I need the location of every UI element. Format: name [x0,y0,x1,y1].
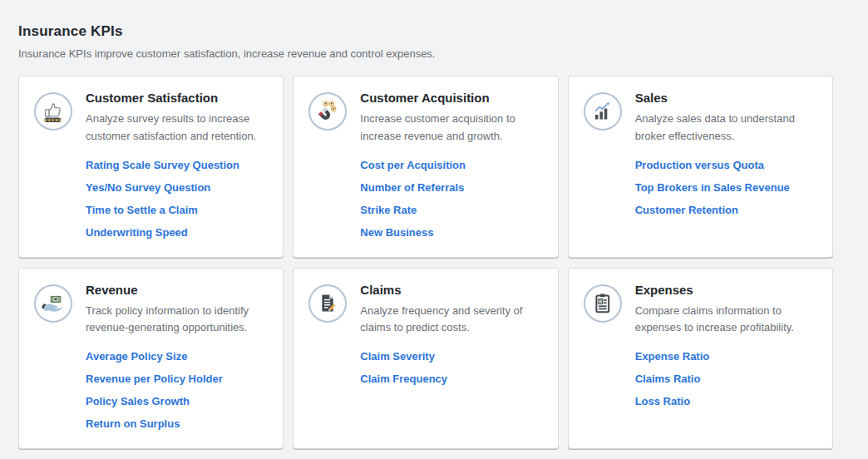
kpi-link-revenue-per-policy-holder[interactable]: Revenue per Policy Holder [86,373,223,385]
magnet-icon [308,92,347,131]
kpi-link-list: Expense RatioClaims RatioLoss Ratio [635,348,819,408]
card-title: Claims [360,283,544,297]
kpi-link-item: Return on Surplus [86,416,269,431]
kpi-link-cost-per-acquisition[interactable]: Cost per Acquisition [360,159,466,171]
card-title: Customer Acquisition [360,91,544,105]
card-title: Customer Satisfaction [86,91,269,105]
card-body: Customer Acquisition Increase customer a… [360,88,544,247]
card-description: Analyze survey results to increase custo… [86,111,269,146]
kpi-link-item: Number of Referrals [360,180,544,195]
kpi-link-item: Production versus Quota [635,157,819,172]
bar-chart-growth-icon [584,92,622,131]
kpi-link-list: Rating Scale Survey QuestionYes/No Surve… [86,157,269,239]
card-customer-satisfaction: ★★★★★ Customer Satisfaction Analyze surv… [18,76,284,258]
kpi-link-average-policy-size[interactable]: Average Policy Size [86,350,187,363]
card-description: Compare claims information to expenses t… [635,303,819,338]
kpi-link-item: Claim Severity [360,348,544,363]
card-body: Expenses Compare claims information to e… [635,280,819,417]
card-body: Sales Analyze sales data to understand b… [635,88,819,225]
svg-text:★★★★★: ★★★★★ [44,117,63,122]
kpi-link-item: Average Policy Size [86,348,269,363]
card-description: Analyze sales data to understand broker … [635,111,819,146]
kpi-link-item: New Business [360,225,544,239]
kpi-link-expense-ratio[interactable]: Expense Ratio [635,350,710,363]
svg-text:$: $ [599,298,602,304]
card-title: Sales [635,91,819,105]
card-claims: Claims Analyze frequency and severity of… [293,268,558,450]
kpi-link-claim-severity[interactable]: Claim Severity [360,350,435,363]
kpi-link-number-of-referrals[interactable]: Number of Referrals [360,181,464,194]
kpi-link-time-to-settle-a-claim[interactable]: Time to Settle a Claim [86,204,198,216]
card-expenses: $ Expenses Compare claims information to… [568,268,833,450]
kpi-link-item: Underwriting Speed [86,225,269,239]
kpi-link-item: Cost per Acquisition [360,157,544,172]
kpi-link-item: Claims Ratio [635,371,819,386]
kpi-link-item: Loss Ratio [635,393,819,408]
card-description: Analyze frequency and severity of claims… [360,303,544,338]
kpi-link-underwriting-speed[interactable]: Underwriting Speed [86,226,188,239]
kpi-link-policy-sales-growth[interactable]: Policy Sales Growth [86,395,190,407]
kpi-card-grid: ★★★★★ Customer Satisfaction Analyze surv… [18,76,833,449]
kpi-link-claim-frequency[interactable]: Claim Frequency [360,373,447,385]
kpi-link-list: Claim SeverityClaim Frequency [360,348,544,386]
kpi-link-item: Expense Ratio [635,348,819,363]
card-body: Revenue Track policy information to iden… [86,280,269,439]
kpi-link-production-versus-quota[interactable]: Production versus Quota [635,159,764,171]
kpi-link-item: Rating Scale Survey Question [86,157,269,172]
kpi-link-loss-ratio[interactable]: Loss Ratio [635,395,690,407]
kpi-link-rating-scale-survey-question[interactable]: Rating Scale Survey Question [86,159,239,171]
card-sales: Sales Analyze sales data to understand b… [568,76,833,258]
card-description: Increase customer acquisition to increas… [360,111,544,146]
document-pencil-icon [308,284,347,323]
card-description: Track policy information to identify rev… [86,303,269,338]
kpi-link-list: Production versus QuotaTop Brokers in Sa… [635,157,819,217]
kpi-link-strike-rate[interactable]: Strike Rate [360,204,417,216]
hand-money-icon [34,284,72,323]
kpi-link-item: Policy Sales Growth [86,393,269,408]
card-revenue: Revenue Track policy information to iden… [18,268,284,450]
kpi-link-yes-no-survey-question[interactable]: Yes/No Survey Question [86,181,210,194]
kpi-link-item: Strike Rate [360,202,544,217]
kpi-link-item: Top Brokers in Sales Revenue [635,180,819,195]
kpi-link-return-on-surplus[interactable]: Return on Surplus [86,417,180,430]
kpi-link-item: Claim Frequency [360,371,544,386]
kpi-link-new-business[interactable]: New Business [360,226,433,239]
insurance-kpis-page: Insurance KPIs Insurance KPIs improve cu… [0,0,868,449]
kpi-link-item: Yes/No Survey Question [86,180,269,195]
kpi-link-item: Time to Settle a Claim [86,202,269,217]
kpi-link-list: Cost per AcquisitionNumber of ReferralsS… [360,157,544,239]
ledger-dollar-icon: $ [584,284,622,323]
kpi-link-item: Revenue per Policy Holder [86,371,269,386]
kpi-link-item: Customer Retention [635,202,819,217]
kpi-link-claims-ratio[interactable]: Claims Ratio [635,373,701,385]
card-title: Expenses [635,283,819,297]
card-title: Revenue [86,283,269,297]
kpi-link-customer-retention[interactable]: Customer Retention [635,204,738,216]
kpi-link-top-brokers-in-sales-revenue[interactable]: Top Brokers in Sales Revenue [635,181,790,194]
kpi-link-list: Average Policy SizeRevenue per Policy Ho… [86,348,269,431]
thumbs-up-rating-icon: ★★★★★ [34,92,72,131]
card-body: Claims Analyze frequency and severity of… [360,280,544,394]
card-customer-acquisition: Customer Acquisition Increase customer a… [293,76,558,258]
card-body: Customer Satisfaction Analyze survey res… [86,88,269,247]
page-title: Insurance KPIs [18,23,833,40]
page-subtitle: Insurance KPIs improve customer satisfac… [18,47,833,60]
